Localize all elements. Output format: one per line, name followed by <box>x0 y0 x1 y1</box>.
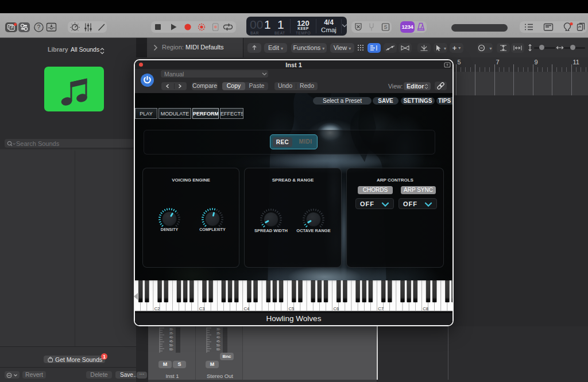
svg-text:C5: C5 <box>289 306 295 311</box>
svg-text:S: S <box>384 24 387 30</box>
svg-text:C8: C8 <box>423 306 428 311</box>
svg-text:C7: C7 <box>378 306 384 311</box>
svg-text:C2: C2 <box>154 306 160 311</box>
svg-text:C3: C3 <box>199 306 205 311</box>
svg-text:?: ? <box>37 24 41 30</box>
svg-text:C4: C4 <box>244 306 250 311</box>
svg-text:C6: C6 <box>333 306 339 311</box>
